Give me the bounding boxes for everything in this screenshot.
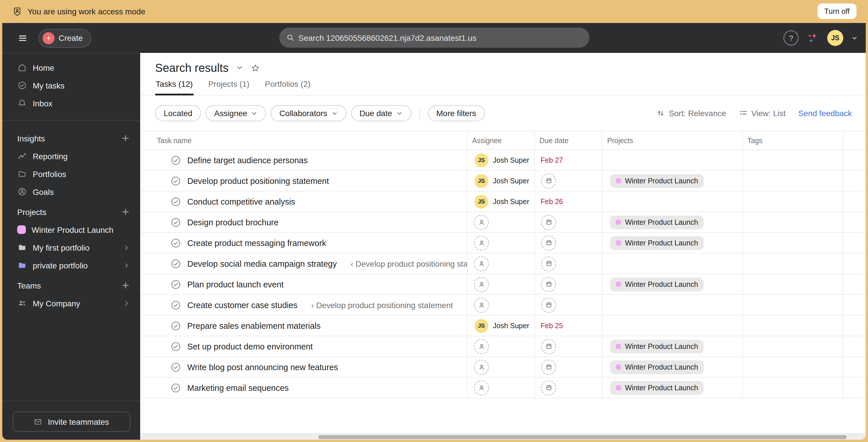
assignee-cell[interactable]: JS Josh Super — [468, 316, 535, 336]
due-date-cell[interactable] — [535, 336, 602, 356]
due-date-cell[interactable] — [535, 378, 602, 398]
project-chip[interactable]: Winter Product Launch — [610, 277, 704, 291]
table-row[interactable]: Design product brochure Winter Product L… — [140, 212, 866, 233]
task-name-cell[interactable]: Create customer case studies ‹ Develop p… — [140, 295, 468, 315]
due-date-cell[interactable] — [535, 357, 602, 377]
task-name-cell[interactable]: Prepare sales enablement materials — [140, 316, 468, 336]
tags-cell[interactable] — [743, 295, 843, 315]
sidebar-item-my-first-portfolio[interactable]: My first portfolio — [2, 238, 140, 256]
sidebar-item-my-tasks[interactable]: My tasks — [2, 77, 140, 94]
task-name-cell[interactable]: Define target audience personas — [140, 150, 468, 170]
table-row[interactable]: Develop social media campaign strategy ‹… — [140, 254, 866, 274]
add-icon[interactable] — [121, 281, 130, 290]
assignee-cell[interactable] — [468, 336, 535, 356]
due-date-cell[interactable] — [535, 171, 602, 191]
assignee-cell[interactable] — [468, 378, 535, 398]
add-icon[interactable] — [121, 134, 130, 143]
send-feedback-link[interactable]: Send feedback — [798, 109, 852, 118]
tags-cell[interactable] — [743, 316, 843, 336]
view-control[interactable]: View: List — [739, 109, 785, 118]
projects-cell[interactable]: Winter Product Launch — [602, 357, 743, 377]
due-date-cell[interactable] — [535, 295, 602, 315]
sidebar-item-my-company[interactable]: My Company — [2, 294, 140, 312]
sidebar-section-projects[interactable]: Projects — [2, 203, 140, 221]
task-check-circle-icon[interactable] — [170, 278, 182, 290]
table-row[interactable]: Set up product demo environment Winter P… — [140, 336, 866, 357]
ai-sparkles-icon[interactable] — [807, 32, 819, 44]
table-row[interactable]: Create product messaging framework Winte… — [140, 233, 866, 254]
projects-cell[interactable]: Winter Product Launch — [602, 212, 743, 232]
tags-cell[interactable] — [743, 212, 843, 232]
projects-cell[interactable] — [602, 150, 743, 170]
table-row[interactable]: Create customer case studies ‹ Develop p… — [140, 295, 866, 316]
sidebar-item-winter-product-launch[interactable]: Winter Product Launch — [2, 221, 140, 238]
assignee-cell[interactable]: JS Josh Super — [468, 150, 535, 170]
filter-chip-assignee[interactable]: Assignee — [206, 105, 266, 121]
sidebar-item-inbox[interactable]: Inbox — [2, 94, 140, 112]
project-chip[interactable]: Winter Product Launch — [610, 236, 704, 250]
hamburger-menu-icon[interactable] — [18, 33, 28, 43]
project-chip[interactable]: Winter Product Launch — [610, 340, 704, 353]
projects-cell[interactable] — [602, 295, 743, 315]
task-check-circle-icon[interactable] — [170, 258, 182, 269]
sidebar-item-private-portfolio[interactable]: private portfolio — [2, 256, 140, 274]
assignee-cell[interactable] — [468, 357, 535, 377]
projects-cell[interactable]: Winter Product Launch — [602, 274, 743, 294]
sidebar-item-goals[interactable]: Goals — [2, 183, 140, 201]
tags-cell[interactable] — [743, 233, 843, 253]
projects-cell[interactable]: Winter Product Launch — [602, 336, 743, 356]
due-date-cell[interactable] — [535, 254, 602, 273]
projects-cell[interactable] — [602, 254, 743, 273]
task-check-circle-icon[interactable] — [170, 196, 182, 207]
help-button[interactable]: ? — [783, 30, 799, 46]
task-name-cell[interactable]: Design product brochure — [140, 212, 468, 232]
assignee-cell[interactable] — [468, 295, 535, 315]
task-check-circle-icon[interactable] — [170, 216, 182, 228]
project-chip[interactable]: Winter Product Launch — [610, 381, 704, 394]
tags-cell[interactable] — [743, 150, 843, 170]
assignee-cell[interactable] — [468, 212, 535, 232]
tab-portfolios[interactable]: Portfolios (2) — [264, 78, 311, 95]
task-name-cell[interactable]: Conduct competitive analysis — [140, 191, 468, 211]
task-name-cell[interactable]: Set up product demo environment — [140, 336, 468, 356]
assignee-cell[interactable]: JS Josh Super — [468, 191, 535, 211]
table-row[interactable]: Marketing email sequences Winter Product… — [140, 378, 866, 398]
account-chevron-down-icon[interactable] — [851, 35, 858, 41]
task-check-circle-icon[interactable] — [170, 382, 182, 393]
create-button[interactable]: Create — [38, 28, 91, 48]
task-check-circle-icon[interactable] — [170, 341, 182, 352]
sidebar-section-teams[interactable]: Teams — [2, 276, 140, 294]
tags-cell[interactable] — [743, 357, 843, 377]
task-check-circle-icon[interactable] — [170, 299, 182, 311]
assignee-cell[interactable] — [468, 233, 535, 253]
task-check-circle-icon[interactable] — [170, 237, 182, 248]
projects-cell[interactable]: Winter Product Launch — [602, 171, 743, 191]
user-avatar[interactable]: JS — [827, 30, 843, 46]
projects-cell[interactable]: Winter Product Launch — [602, 378, 743, 398]
assignee-cell[interactable] — [468, 254, 535, 273]
tags-cell[interactable] — [743, 274, 843, 294]
sidebar-section-insights[interactable]: Insights — [2, 129, 140, 147]
favorite-star-icon[interactable] — [250, 63, 260, 73]
invite-teammates-button[interactable]: Invite teammates — [12, 412, 130, 432]
more-filters-button[interactable]: More filters — [428, 105, 485, 121]
due-date-cell[interactable]: Feb 27 — [535, 150, 602, 170]
tab-projects[interactable]: Projects (1) — [208, 78, 250, 95]
due-date-cell[interactable]: Feb 26 — [535, 191, 602, 211]
sidebar-item-reporting[interactable]: Reporting — [2, 147, 140, 165]
filter-chip-located[interactable]: Located — [155, 105, 201, 121]
project-chip[interactable]: Winter Product Launch — [610, 360, 704, 374]
scrollbar-thumb[interactable] — [318, 435, 847, 439]
sidebar-item-portfolios[interactable]: Portfolios — [2, 165, 140, 183]
projects-cell[interactable]: Winter Product Launch — [602, 233, 743, 253]
due-date-cell[interactable] — [535, 233, 602, 253]
title-chevron-down-icon[interactable] — [236, 64, 243, 71]
due-date-cell[interactable]: Feb 25 — [535, 316, 602, 336]
projects-cell[interactable] — [602, 191, 743, 211]
task-check-circle-icon[interactable] — [170, 175, 182, 186]
add-icon[interactable] — [121, 207, 130, 216]
sidebar-item-home[interactable]: Home — [2, 59, 140, 77]
task-check-circle-icon[interactable] — [170, 361, 182, 373]
task-check-circle-icon[interactable] — [170, 154, 182, 166]
table-row[interactable]: Define target audience personas JS Josh … — [140, 150, 866, 171]
